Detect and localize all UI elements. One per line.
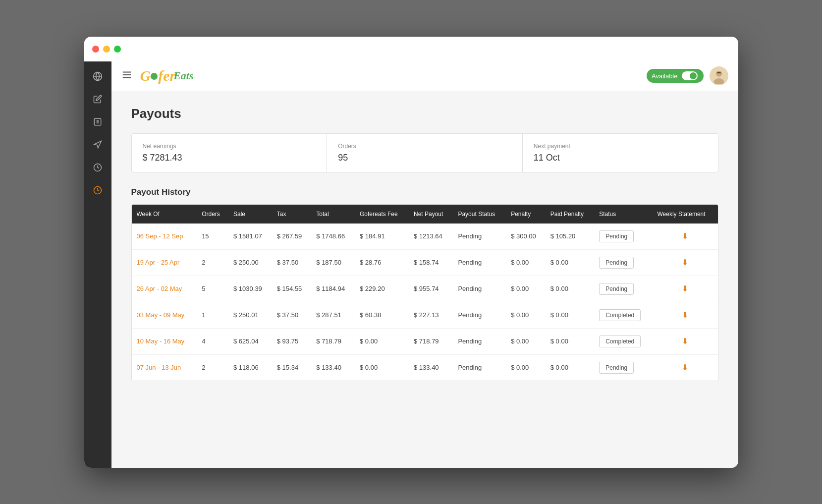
week-link[interactable]: 10 May - 16 May (137, 337, 185, 345)
menu-icon[interactable] (121, 69, 132, 83)
next-payment-value: 11 Oct (534, 153, 707, 163)
main-content: Gfer Eats . Available (111, 61, 738, 468)
week-link[interactable]: 19 Apr - 25 Apr (137, 259, 180, 266)
cell-orders: 15 (197, 224, 228, 250)
content-area: Payouts Net earnings $ 7281.43 Orders 95… (111, 91, 738, 468)
cell-paid-penalty: $ 0.00 (546, 249, 594, 276)
cell-gofer-fee: $ 28.76 (355, 249, 409, 276)
status-badge: Pending (599, 362, 634, 374)
app-window: Gfer Eats . Available (84, 37, 738, 468)
cell-week[interactable]: 07 Jun - 13 Jun (132, 354, 197, 381)
cell-tax: $ 267.59 (272, 224, 312, 250)
cell-net-payout: $ 133.40 (409, 354, 453, 381)
download-icon[interactable]: ⬇ (682, 363, 688, 372)
col-status: Status (594, 205, 652, 224)
status-badge: Pending (599, 257, 634, 269)
sidebar (84, 61, 111, 468)
cell-sale: $ 250.01 (228, 302, 272, 328)
svg-point-12 (716, 71, 722, 77)
cell-orders: 2 (197, 249, 228, 276)
sidebar-item-list[interactable] (88, 112, 108, 132)
cell-status: Pending (594, 224, 652, 250)
week-link[interactable]: 06 Sep - 12 Sep (137, 232, 183, 240)
status-badge: Pending (599, 230, 634, 242)
cell-download[interactable]: ⬇ (652, 354, 717, 381)
cell-gofer-fee: $ 60.38 (355, 302, 409, 328)
cell-payout-status: Pending (453, 276, 506, 302)
cell-download[interactable]: ⬇ (652, 328, 717, 354)
sidebar-item-globe[interactable] (88, 66, 108, 86)
table-row: 07 Jun - 13 Jun 2 $ 118.06 $ 15.34 $ 133… (132, 354, 718, 381)
cell-total: $ 1748.66 (311, 224, 355, 250)
cell-orders: 5 (197, 276, 228, 302)
cell-download[interactable]: ⬇ (652, 302, 717, 328)
cell-gofer-fee: $ 229.20 (355, 276, 409, 302)
summary-cards: Net earnings $ 7281.43 Orders 95 Next pa… (131, 133, 718, 172)
minimize-button[interactable] (103, 46, 110, 53)
cell-penalty: $ 0.00 (506, 354, 546, 381)
cell-payout-status: Pending (453, 302, 506, 328)
toggle-switch[interactable] (682, 71, 698, 80)
week-link[interactable]: 07 Jun - 13 Jun (137, 364, 181, 371)
maximize-button[interactable] (114, 46, 121, 53)
cell-penalty: $ 0.00 (506, 328, 546, 354)
cell-orders: 2 (197, 354, 228, 381)
orders-card: Orders 95 (327, 134, 523, 172)
titlebar (84, 37, 738, 61)
cell-paid-penalty: $ 105.20 (546, 224, 594, 250)
cell-gofer-fee: $ 0.00 (355, 328, 409, 354)
week-link[interactable]: 26 Apr - 02 May (137, 285, 182, 292)
status-badge: Completed (599, 336, 641, 347)
cell-sale: $ 250.00 (228, 249, 272, 276)
cell-tax: $ 37.50 (272, 249, 312, 276)
cell-penalty: $ 0.00 (506, 276, 546, 302)
cell-gofer-fee: $ 184.91 (355, 224, 409, 250)
cell-net-payout: $ 158.74 (409, 249, 453, 276)
cell-status: Completed (594, 328, 652, 354)
cell-week[interactable]: 03 May - 09 May (132, 302, 197, 328)
download-icon[interactable]: ⬇ (682, 337, 688, 345)
cell-download[interactable]: ⬇ (652, 276, 717, 302)
download-icon[interactable]: ⬇ (682, 311, 688, 319)
cell-tax: $ 154.55 (272, 276, 312, 302)
cell-orders: 1 (197, 302, 228, 328)
sidebar-item-food[interactable] (88, 135, 108, 155)
cell-orders: 4 (197, 328, 228, 354)
cell-payout-status: Pending (453, 249, 506, 276)
status-badge: Pending (599, 283, 634, 295)
available-toggle[interactable]: Available (647, 69, 704, 83)
net-earnings-label: Net earnings (143, 143, 316, 150)
sidebar-item-clock[interactable] (88, 158, 108, 177)
download-icon[interactable]: ⬇ (682, 232, 688, 240)
avatar[interactable] (710, 66, 728, 85)
col-orders: Orders (197, 205, 228, 224)
sidebar-item-edit[interactable] (88, 89, 108, 109)
cell-paid-penalty: $ 0.00 (546, 302, 594, 328)
cell-week[interactable]: 26 Apr - 02 May (132, 276, 197, 302)
cell-penalty: $ 0.00 (506, 249, 546, 276)
orders-value: 95 (338, 153, 511, 163)
cell-total: $ 1184.94 (311, 276, 355, 302)
logo: Gfer Eats . (140, 67, 196, 84)
col-total: Total (311, 205, 355, 224)
sidebar-item-payout[interactable] (88, 180, 108, 200)
cell-sale: $ 118.06 (228, 354, 272, 381)
cell-download[interactable]: ⬇ (652, 249, 717, 276)
download-icon[interactable]: ⬇ (682, 284, 688, 293)
close-button[interactable] (92, 46, 99, 53)
download-icon[interactable]: ⬇ (682, 258, 688, 267)
cell-week[interactable]: 06 Sep - 12 Sep (132, 224, 197, 250)
cell-week[interactable]: 10 May - 16 May (132, 328, 197, 354)
cell-sale: $ 1030.39 (228, 276, 272, 302)
week-link[interactable]: 03 May - 09 May (137, 311, 185, 319)
table-header-row: Week Of Orders Sale Tax Total Gofereats … (132, 205, 718, 224)
cell-download[interactable]: ⬇ (652, 224, 717, 250)
cell-status: Pending (594, 354, 652, 381)
cell-tax: $ 15.34 (272, 354, 312, 381)
col-weekly-statement: Weekly Statement (652, 205, 717, 224)
cell-payout-status: Pending (453, 354, 506, 381)
next-payment-card: Next payment 11 Oct (523, 134, 718, 172)
cell-week[interactable]: 19 Apr - 25 Apr (132, 249, 197, 276)
cell-tax: $ 93.75 (272, 328, 312, 354)
cell-net-payout: $ 227.13 (409, 302, 453, 328)
